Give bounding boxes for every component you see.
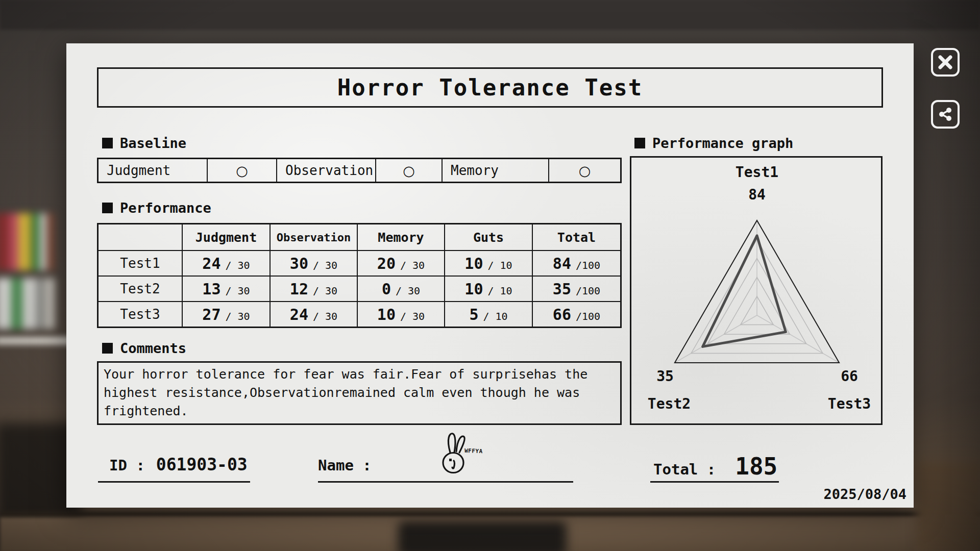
radar-axis-label-test3: Test3	[828, 395, 871, 412]
name-field: Name :	[318, 457, 372, 474]
share-button[interactable]	[931, 100, 960, 129]
square-bullet-icon	[102, 138, 113, 148]
baseline-mark-circle: ○	[375, 159, 442, 182]
radar-value-test1: 84	[748, 186, 766, 203]
radar-axis-label-test1: Test1	[736, 164, 778, 181]
row-header: Test1	[99, 250, 182, 276]
radar-value-test2: 35	[656, 368, 674, 385]
section-header-performance: Performance	[102, 200, 211, 216]
radar-axis-label-test2: Test2	[648, 395, 691, 412]
baseline-label: Judgment	[99, 159, 207, 182]
total-label: Total :	[653, 461, 716, 478]
name-label: Name :	[318, 457, 372, 474]
close-icon	[937, 54, 953, 70]
score-cell: 10/ 10	[444, 250, 532, 276]
score-cell: 20/ 30	[357, 250, 444, 276]
comments-text: Your horror tolerance for fear was fair.…	[104, 365, 615, 420]
score-cell: 5/ 10	[444, 301, 532, 327]
radar-value-test3: 66	[841, 368, 858, 385]
total-field: Total : 185	[653, 453, 777, 480]
id-label: ID :	[109, 457, 145, 474]
column-header: Guts	[444, 224, 532, 250]
score-cell: 10/ 30	[357, 301, 444, 327]
score-cell: 30/ 30	[270, 250, 357, 276]
share-icon	[937, 106, 953, 122]
title-box: Horror Tolerance Test	[97, 67, 883, 108]
square-bullet-icon	[102, 343, 113, 354]
row-header: Test2	[99, 276, 182, 301]
score-cell: 24/ 30	[182, 250, 270, 276]
score-cell: 12/ 30	[270, 276, 357, 301]
section-label-graph: Performance graph	[652, 135, 793, 151]
column-header: Observation	[270, 224, 357, 250]
svg-text:WFFYA: WFFYA	[464, 447, 483, 455]
section-label-baseline: Baseline	[120, 135, 186, 151]
score-cell: 24/ 30	[270, 301, 357, 327]
score-cell: 27/ 30	[182, 301, 270, 327]
bunny-doodle-signature: WFFYA	[433, 431, 488, 481]
baseline-label: Memory	[442, 159, 548, 182]
comments-box: Your horror tolerance for fear was fair.…	[97, 361, 622, 425]
table-corner-cell	[99, 224, 182, 250]
section-header-comments: Comments	[102, 340, 186, 356]
performance-table: Judgment Observation Memory Guts Total T…	[97, 223, 622, 328]
section-label-performance: Performance	[120, 200, 211, 216]
baseline-label: Observation	[276, 159, 375, 182]
score-cell: 13/ 30	[182, 276, 270, 301]
column-header: Total	[532, 224, 620, 250]
page-title: Horror Tolerance Test	[337, 74, 643, 101]
square-bullet-icon	[634, 138, 645, 148]
id-field: ID : 061903-03	[109, 455, 248, 474]
close-button[interactable]	[931, 48, 960, 77]
result-sheet: Horror Tolerance Test Baseline Judgment …	[66, 43, 914, 508]
score-cell: 0/ 30	[357, 276, 444, 301]
total-cell: 35/100	[532, 276, 620, 301]
section-label-comments: Comments	[120, 340, 186, 356]
square-bullet-icon	[102, 203, 113, 213]
id-value: 061903-03	[156, 455, 248, 474]
date-text: 2025/08/04	[823, 486, 906, 502]
score-cell: 10/ 10	[444, 276, 532, 301]
section-header-baseline: Baseline	[102, 135, 186, 151]
name-underline	[318, 481, 573, 483]
column-header: Memory	[357, 224, 444, 250]
baseline-mark-circle: ○	[548, 159, 620, 182]
total-value: 185	[735, 453, 777, 480]
radar-chart: Test1 84 35 Test2 66 Test3	[630, 156, 883, 425]
total-cell: 66/100	[532, 301, 620, 327]
baseline-table: Judgment ○ Observation ○ Memory ○	[97, 158, 622, 183]
row-header: Test3	[99, 301, 182, 327]
total-cell: 84/100	[532, 250, 620, 276]
baseline-mark-circle: ○	[207, 159, 276, 182]
id-underline	[98, 481, 250, 483]
total-underline	[650, 481, 779, 483]
column-header: Judgment	[182, 224, 270, 250]
section-header-graph: Performance graph	[634, 135, 793, 151]
